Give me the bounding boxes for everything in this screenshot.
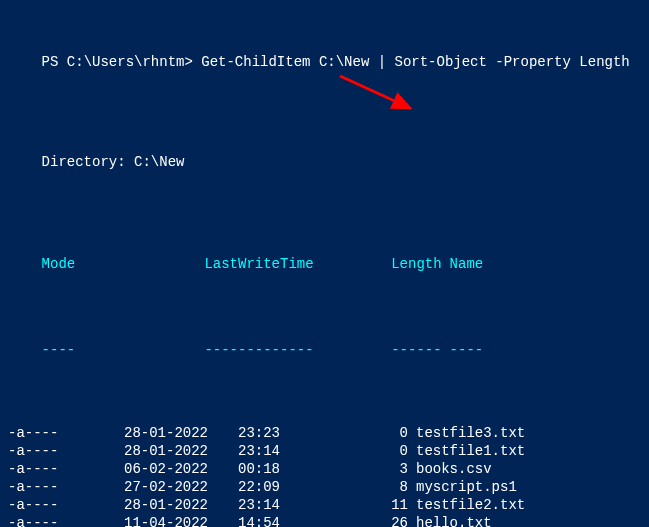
cell-time: 23:14 — [208, 497, 280, 515]
cell-name: myscript.ps1 — [408, 479, 517, 497]
dash-mode: ---- — [42, 342, 138, 360]
cell-length: 3 — [280, 461, 408, 479]
cell-name: testfile1.txt — [408, 443, 525, 461]
cell-length: 26 — [280, 515, 408, 527]
cell-length: 11 — [280, 497, 408, 515]
cell-mode: -a---- — [8, 479, 104, 497]
cell-mode: -a---- — [8, 515, 104, 527]
directory-label: Directory: — [42, 154, 126, 170]
header-lastwrite: LastWriteTime — [138, 256, 314, 274]
table-body: -a----28-01-202223:230testfile3.txt-a---… — [8, 425, 641, 527]
cell-date: 11-04-2022 — [104, 515, 208, 527]
cell-name: testfile2.txt — [408, 497, 525, 515]
table-row: -a----27-02-202222:098myscript.ps1 — [8, 479, 641, 497]
cell-mode: -a---- — [8, 497, 104, 515]
cell-length: 0 — [280, 443, 408, 461]
cell-date: 06-02-2022 — [104, 461, 208, 479]
cell-name: hello.txt — [408, 515, 492, 527]
cell-length: 0 — [280, 425, 408, 443]
cell-date: 28-01-2022 — [104, 497, 208, 515]
prompt-path: C:\Users\rhntm — [67, 54, 185, 70]
cell-length: 8 — [280, 479, 408, 497]
header-name: Name — [442, 256, 484, 274]
prompt-prefix: PS — [42, 54, 67, 70]
cell-time: 22:09 — [208, 479, 280, 497]
table-row: -a----11-04-202214:5426hello.txt — [8, 515, 641, 527]
directory-line: Directory: C:\New — [8, 154, 641, 170]
table-row: -a----28-01-202223:230testfile3.txt — [8, 425, 641, 443]
cell-time: 23:14 — [208, 443, 280, 461]
dash-name: ---- — [442, 342, 484, 360]
cell-name: books.csv — [408, 461, 492, 479]
cell-time: 00:18 — [208, 461, 280, 479]
cell-mode: -a---- — [8, 425, 104, 443]
cell-name: testfile3.txt — [408, 425, 525, 443]
cell-mode: -a---- — [8, 461, 104, 479]
table-row: -a----28-01-202223:1411testfile2.txt — [8, 497, 641, 515]
powershell-terminal[interactable]: PS C:\Users\rhntm> Get-ChildItem C:\New … — [0, 0, 649, 527]
cell-date: 28-01-2022 — [104, 425, 208, 443]
cell-time: 14:54 — [208, 515, 280, 527]
header-mode: Mode — [42, 256, 138, 274]
dash-length: ------ — [314, 342, 442, 360]
prompt-suffix: > — [184, 54, 192, 70]
prompt-line: PS C:\Users\rhntm> Get-ChildItem C:\New … — [8, 38, 641, 86]
table-header-row: ModeLastWriteTimeLengthName — [8, 238, 641, 292]
table-row: -a----06-02-202200:183books.csv — [8, 461, 641, 479]
directory-path: C:\New — [134, 154, 184, 170]
command-text: Get-ChildItem C:\New | Sort-Object -Prop… — [193, 54, 630, 70]
cell-date: 28-01-2022 — [104, 443, 208, 461]
table-dash-row: --------------------------- — [8, 324, 641, 378]
header-length: Length — [314, 256, 442, 274]
cell-date: 27-02-2022 — [104, 479, 208, 497]
cell-mode: -a---- — [8, 443, 104, 461]
dash-lastwrite: ------------- — [138, 342, 314, 360]
table-row: -a----28-01-202223:140testfile1.txt — [8, 443, 641, 461]
cell-time: 23:23 — [208, 425, 280, 443]
